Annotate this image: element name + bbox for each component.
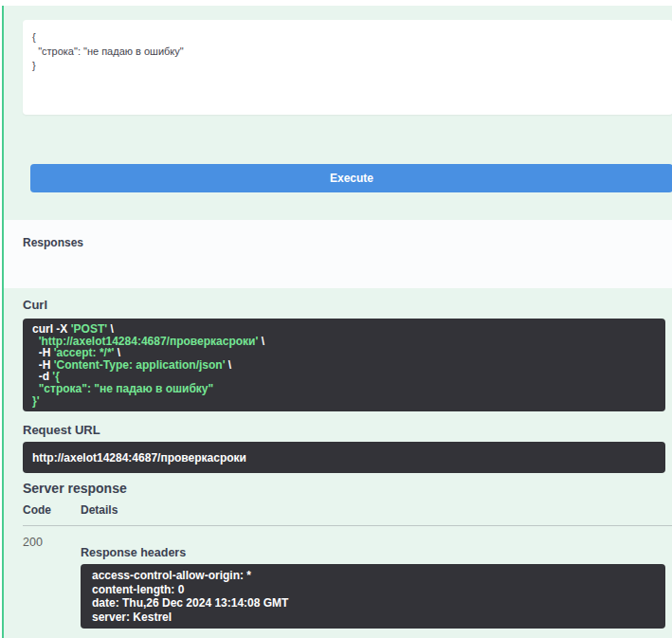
status-code: 200 <box>23 536 81 629</box>
request-url-value: http://axelot14284:4687/проверкасроки <box>32 451 246 465</box>
table-divider <box>23 525 672 526</box>
response-row: 200 Response headers access-control-allo… <box>23 536 672 629</box>
code-column-header: Code <box>23 503 81 517</box>
swagger-operation-page: { "строка": "не падаю в ошибку" } Execut… <box>0 0 672 638</box>
post-operation-block: { "строка": "не падаю в ошибку" } Execut… <box>2 6 672 638</box>
response-headers-block: access-control-allow-origin: *content-le… <box>81 564 665 629</box>
execute-button[interactable]: Execute <box>30 164 672 192</box>
server-response-label: Server response <box>23 481 672 496</box>
responses-title: Responses <box>23 236 83 249</box>
request-url-block: http://axelot14284:4687/проверкасроки <box>23 442 665 473</box>
curl-label: Curl <box>23 298 672 312</box>
response-details: Response headers access-control-allow-or… <box>81 536 672 629</box>
server-response-table-header: Code Details <box>23 503 672 517</box>
responses-section-header: Responses <box>4 220 672 288</box>
details-column-header: Details <box>81 503 118 517</box>
curl-command-block[interactable]: curl -X 'POST' \ 'http://axelot14284:468… <box>23 319 665 411</box>
request-body-editor[interactable]: { "строка": "не падаю в ошибку" } <box>23 20 672 115</box>
response-headers-label: Response headers <box>81 546 672 559</box>
request-url-label: Request URL <box>23 423 672 437</box>
